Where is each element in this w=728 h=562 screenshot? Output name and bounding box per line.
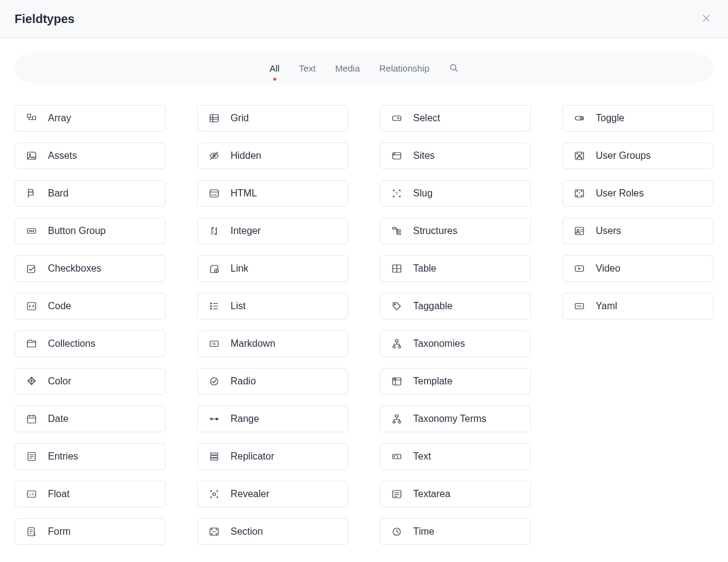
sites-icon (391, 150, 402, 161)
svg-rect-13 (27, 303, 36, 310)
fieldtype-list[interactable]: List (197, 293, 348, 319)
fieldtype-label: Replicator (231, 451, 274, 462)
svg-point-54 (393, 346, 396, 348)
fieldtype-label: Section (231, 526, 263, 537)
svg-rect-37 (211, 458, 218, 460)
fieldtype-replicator[interactable]: Replicator (197, 443, 348, 470)
fieldtype-time[interactable]: Time (380, 518, 531, 545)
svg-point-67 (580, 117, 582, 119)
fieldtype-taxonomy-terms[interactable]: Taxonomy Terms (380, 406, 531, 432)
slug-icon: T (391, 188, 402, 199)
fieldtype-label: List (231, 301, 246, 312)
fieldtype-label: Sites (413, 150, 435, 161)
svg-rect-12 (27, 266, 35, 273)
search-icon[interactable] (449, 63, 459, 73)
svg-point-29 (211, 309, 212, 310)
svg-rect-35 (211, 453, 218, 455)
fieldtype-label: Taxonomies (413, 338, 465, 349)
svg-point-60 (393, 421, 396, 423)
svg-point-40 (212, 529, 212, 530)
fieldtype-user-roles[interactable]: T User Roles (562, 180, 713, 207)
assets-icon (26, 150, 37, 161)
svg-point-78 (581, 195, 582, 196)
fieldtype-label: User Roles (596, 188, 644, 199)
fieldtype-textarea[interactable]: Textarea (380, 481, 531, 507)
svg-point-34 (216, 418, 218, 420)
fieldtype-checkboxes[interactable]: Checkboxes (15, 255, 166, 282)
tab-relationship[interactable]: Relationship (379, 59, 430, 77)
fieldtype-label: Array (48, 113, 71, 124)
svg-rect-4 (27, 114, 30, 117)
fieldtype-label: Markdown (231, 338, 275, 349)
fieldtype-revealer[interactable]: Revealer (197, 481, 348, 507)
fieldtype-code[interactable]: Code (15, 293, 166, 319)
fieldtype-video[interactable]: Video (562, 255, 713, 282)
fieldtype-taxonomies[interactable]: Taxonomies (380, 330, 531, 357)
tab-text[interactable]: Text (299, 59, 316, 77)
color-icon (26, 376, 37, 387)
fieldtype-html[interactable]: HTML HTML (197, 180, 348, 207)
fieldtype-link[interactable]: Link (197, 255, 348, 282)
fieldtype-label: Float (48, 489, 70, 500)
fieldtype-label: Radio (231, 376, 256, 387)
fieldtype-section[interactable]: Section (197, 518, 348, 545)
svg-text:YML: YML (576, 305, 582, 308)
fieldtype-markdown[interactable]: MD Markdown (197, 330, 348, 357)
structures-icon (391, 226, 402, 236)
svg-point-76 (581, 191, 582, 192)
svg-rect-14 (27, 416, 36, 423)
tab-all[interactable]: All (269, 59, 280, 77)
fieldtype-structures[interactable]: Structures (380, 218, 531, 244)
fieldtype-yaml[interactable]: YML Yaml (562, 293, 713, 319)
fieldtype-taggable[interactable]: Taggable (380, 293, 531, 319)
tab-media[interactable]: Media (335, 59, 360, 77)
fieldtype-users[interactable]: Users (562, 218, 713, 244)
fieldtype-label: Collections (48, 338, 95, 349)
integer-icon: 19 (209, 226, 220, 236)
fieldtype-slug[interactable]: T Slug (380, 180, 531, 207)
svg-point-10 (31, 230, 32, 232)
svg-rect-19 (210, 115, 218, 122)
fieldtype-template[interactable]: Template (380, 368, 531, 395)
fieldtype-float[interactable]: 1.9 Float (15, 481, 166, 507)
fieldtype-radio[interactable]: Radio (197, 368, 348, 395)
svg-point-69 (577, 153, 578, 154)
fieldtype-table[interactable]: Table (380, 255, 531, 282)
text-icon (391, 451, 402, 462)
list-icon (209, 301, 220, 312)
fieldtype-collections[interactable]: Collections (15, 330, 166, 357)
table-icon (391, 263, 402, 274)
fieldtype-form[interactable]: Form (15, 518, 166, 545)
fieldtype-label: Taxonomy Terms (413, 413, 487, 424)
fieldtype-bard[interactable]: Bard (15, 180, 166, 207)
fieldtype-label: Structures (413, 226, 457, 236)
hidden-icon (209, 150, 220, 161)
fieldtype-date[interactable]: Date (15, 406, 166, 432)
fieldtype-integer[interactable]: 19 Integer (197, 218, 348, 244)
fieldtype-range[interactable]: Range (197, 406, 348, 432)
fieldtype-label: Slug (413, 188, 433, 199)
fieldtype-button-group[interactable]: Button Group (15, 218, 166, 244)
fieldtype-label: Checkboxes (48, 263, 101, 274)
filter-tabs: All Text Media Relationship (15, 53, 713, 83)
array-icon (26, 113, 37, 124)
fieldtype-label: Date (48, 413, 69, 424)
fieldtype-grid[interactable]: Grid (197, 105, 348, 132)
fieldtype-user-groups[interactable]: User Groups (562, 142, 713, 169)
fieldtype-hidden[interactable]: Hidden (197, 142, 348, 169)
svg-point-52 (394, 304, 396, 305)
fieldtype-color[interactable]: Color (15, 368, 166, 395)
fieldtype-text[interactable]: Text (380, 443, 531, 470)
fieldtype-toggle[interactable]: Toggle (562, 105, 713, 132)
checkboxes-icon (26, 263, 37, 274)
select-icon (391, 113, 402, 124)
close-button[interactable] (699, 10, 713, 28)
fieldtype-sites[interactable]: Sites (380, 142, 531, 169)
svg-point-61 (399, 421, 401, 423)
fieldtype-entries[interactable]: Entries (15, 443, 166, 470)
yaml-icon: YML (574, 301, 585, 312)
fieldtype-select[interactable]: Select (380, 105, 531, 132)
fieldtype-array[interactable]: Array (15, 105, 166, 132)
fieldtype-assets[interactable]: Assets (15, 142, 166, 169)
fieldtype-label: Template (413, 376, 453, 387)
